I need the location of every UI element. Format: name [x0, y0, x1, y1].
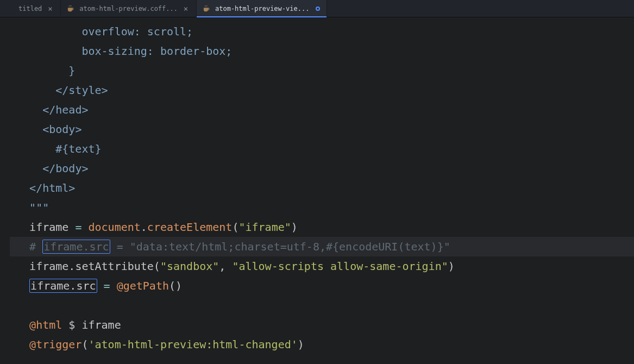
- code-line[interactable]: }: [10, 61, 634, 80]
- code-token: #: [29, 240, 42, 253]
- code-line[interactable]: [10, 296, 634, 315]
- code-line[interactable]: iframe.src = @getPath(): [10, 276, 634, 296]
- code-line[interactable]: iframe.setAttribute("sandbox", "allow-sc…: [10, 256, 634, 276]
- code-token: =: [104, 279, 117, 292]
- code-token: overflow: scroll;: [81, 25, 193, 38]
- code-token: <body>: [42, 123, 81, 136]
- code-token: </html>: [29, 181, 75, 194]
- code-token: }: [68, 64, 75, 77]
- code-token: </body>: [42, 162, 88, 175]
- code-token: $ iframe: [62, 318, 121, 331]
- code-token: "iframe": [238, 221, 291, 234]
- code-token: @getPath: [117, 279, 169, 292]
- code-token: 'atom-html-preview:html-changed': [88, 338, 297, 351]
- code-token: createElement: [147, 221, 233, 234]
- code-token: box-sizing: border-box;: [81, 45, 232, 58]
- code-token: (: [232, 221, 238, 234]
- code-token: document: [88, 221, 140, 234]
- tab-bar: titled × atom-html-preview.coff... × ato…: [0, 0, 634, 17]
- code-line[interactable]: <body>: [10, 120, 634, 139]
- code-token: iframe: [29, 221, 75, 234]
- code-token: ): [448, 260, 455, 273]
- code-line[interactable]: </html>: [10, 178, 634, 198]
- file-icon: [7, 5, 14, 12]
- gutter: [0, 17, 10, 364]
- code-line[interactable]: box-sizing: border-box;: [10, 41, 634, 61]
- code-token: @trigger: [29, 338, 81, 351]
- code-token: "allow-scripts allow-same-origin": [232, 260, 448, 273]
- close-icon[interactable]: ×: [182, 4, 190, 13]
- code-token: ): [291, 221, 298, 234]
- code-line[interactable]: </body>: [10, 159, 634, 178]
- code-line[interactable]: # iframe.src = "data:text/html;charset=u…: [10, 237, 634, 256]
- modified-indicator-icon: [316, 7, 320, 11]
- tab-label: atom-html-preview-vie...: [215, 5, 309, 12]
- code-token: .: [141, 221, 147, 234]
- code-token: iframe.src: [42, 240, 110, 254]
- code-token: = "data:text/html;charset=utf-8,#{encode…: [110, 240, 450, 253]
- tab-untitled[interactable]: titled ×: [0, 0, 61, 17]
- code-token: [97, 279, 104, 292]
- code-token: #{text}: [55, 142, 101, 155]
- coffee-icon: [203, 5, 211, 12]
- tab-label: atom-html-preview.coff...: [79, 5, 178, 12]
- code-editor[interactable]: overflow: scroll; box-sizing: border-box…: [0, 17, 634, 364]
- code-token: """: [29, 201, 49, 214]
- code-line[interactable]: @trigger('atom-html-preview:html-changed…: [10, 335, 634, 354]
- code-line[interactable]: </head>: [10, 100, 634, 120]
- code-token: </head>: [42, 103, 88, 116]
- coffee-icon: [67, 5, 75, 12]
- code-token: "sandbox": [160, 260, 219, 273]
- code-token: (): [169, 279, 182, 292]
- code-line[interactable]: #{text}: [10, 139, 634, 159]
- code-area[interactable]: overflow: scroll; box-sizing: border-box…: [10, 17, 634, 364]
- close-icon[interactable]: ×: [46, 4, 54, 13]
- tab-label: titled: [18, 5, 42, 12]
- code-token: iframe.src: [29, 279, 97, 293]
- code-token: </style>: [55, 84, 108, 97]
- code-token: =: [75, 221, 88, 234]
- code-line[interactable]: overflow: scroll;: [10, 22, 634, 41]
- tab-preview-view[interactable]: atom-html-preview-vie...: [197, 0, 327, 17]
- code-token: iframe.setAttribute(: [29, 260, 160, 273]
- tab-preview-coff[interactable]: atom-html-preview.coff... ×: [61, 0, 197, 17]
- code-line[interactable]: """: [10, 198, 634, 217]
- code-token: ): [298, 338, 304, 351]
- code-line[interactable]: @html $ iframe: [10, 315, 634, 335]
- code-token: @html: [29, 318, 62, 331]
- code-line[interactable]: </style>: [10, 80, 634, 100]
- code-token: ,: [219, 260, 232, 273]
- code-token: (: [81, 338, 88, 351]
- code-line[interactable]: iframe = document.createElement("iframe"…: [10, 217, 634, 237]
